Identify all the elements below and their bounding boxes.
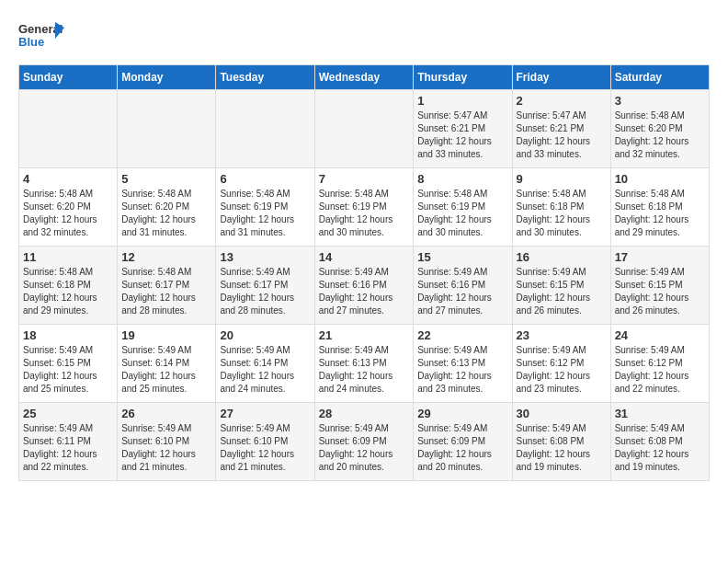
- day-cell-2: 2Sunrise: 5:47 AM Sunset: 6:21 PM Daylig…: [512, 90, 610, 168]
- day-number: 24: [615, 328, 705, 342]
- day-number: 23: [517, 328, 607, 342]
- day-cell-15: 15Sunrise: 5:49 AM Sunset: 6:16 PM Dayli…: [414, 247, 512, 325]
- day-number: 20: [220, 328, 310, 342]
- week-row-1: 1Sunrise: 5:47 AM Sunset: 6:21 PM Daylig…: [19, 90, 710, 168]
- day-cell-empty: [314, 90, 414, 168]
- day-cell-empty: [19, 90, 118, 168]
- day-info: Sunrise: 5:48 AM Sunset: 6:18 PM Dayligh…: [517, 188, 607, 239]
- day-number: 29: [417, 407, 507, 420]
- day-info: Sunrise: 5:49 AM Sunset: 6:09 PM Dayligh…: [417, 422, 507, 474]
- day-number: 11: [23, 250, 113, 264]
- day-cell-25: 25Sunrise: 5:49 AM Sunset: 6:11 PM Dayli…: [19, 403, 118, 481]
- day-cell-19: 19Sunrise: 5:49 AM Sunset: 6:14 PM Dayli…: [118, 325, 216, 403]
- day-number: 17: [615, 250, 705, 264]
- day-cell-6: 6Sunrise: 5:48 AM Sunset: 6:19 PM Daylig…: [216, 168, 314, 247]
- day-number: 30: [517, 407, 607, 420]
- day-info: Sunrise: 5:49 AM Sunset: 6:12 PM Dayligh…: [517, 344, 607, 396]
- day-number: 9: [517, 172, 607, 186]
- day-cell-24: 24Sunrise: 5:49 AM Sunset: 6:12 PM Dayli…: [610, 325, 709, 403]
- day-info: Sunrise: 5:49 AM Sunset: 6:13 PM Dayligh…: [319, 344, 410, 396]
- day-info: Sunrise: 5:49 AM Sunset: 6:08 PM Dayligh…: [517, 422, 607, 474]
- day-info: Sunrise: 5:49 AM Sunset: 6:16 PM Dayligh…: [417, 266, 507, 317]
- header-cell-wednesday: Wednesday: [314, 65, 414, 90]
- day-cell-17: 17Sunrise: 5:49 AM Sunset: 6:15 PM Dayli…: [610, 247, 709, 325]
- day-info: Sunrise: 5:48 AM Sunset: 6:18 PM Dayligh…: [23, 266, 113, 317]
- logo-svg: GeneralBlue: [18, 18, 64, 55]
- day-info: Sunrise: 5:47 AM Sunset: 6:21 PM Dayligh…: [517, 109, 607, 161]
- day-cell-22: 22Sunrise: 5:49 AM Sunset: 6:13 PM Dayli…: [414, 325, 512, 403]
- day-info: Sunrise: 5:49 AM Sunset: 6:10 PM Dayligh…: [220, 422, 310, 474]
- day-number: 8: [417, 172, 507, 186]
- day-info: Sunrise: 5:48 AM Sunset: 6:19 PM Dayligh…: [319, 188, 410, 239]
- day-info: Sunrise: 5:49 AM Sunset: 6:10 PM Dayligh…: [121, 422, 211, 474]
- day-number: 15: [417, 250, 507, 264]
- day-number: 5: [121, 172, 211, 186]
- day-info: Sunrise: 5:48 AM Sunset: 6:20 PM Dayligh…: [23, 188, 113, 239]
- svg-text:Blue: Blue: [18, 35, 44, 49]
- day-info: Sunrise: 5:48 AM Sunset: 6:19 PM Dayligh…: [417, 188, 507, 239]
- day-number: 6: [220, 172, 310, 186]
- day-cell-8: 8Sunrise: 5:48 AM Sunset: 6:19 PM Daylig…: [414, 168, 512, 247]
- day-info: Sunrise: 5:49 AM Sunset: 6:15 PM Dayligh…: [517, 266, 607, 317]
- week-row-2: 4Sunrise: 5:48 AM Sunset: 6:20 PM Daylig…: [19, 168, 710, 247]
- day-number: 26: [121, 407, 211, 420]
- day-info: Sunrise: 5:49 AM Sunset: 6:15 PM Dayligh…: [23, 344, 113, 396]
- day-cell-9: 9Sunrise: 5:48 AM Sunset: 6:18 PM Daylig…: [512, 168, 610, 247]
- day-info: Sunrise: 5:49 AM Sunset: 6:11 PM Dayligh…: [23, 422, 113, 474]
- day-cell-30: 30Sunrise: 5:49 AM Sunset: 6:08 PM Dayli…: [512, 403, 610, 481]
- day-cell-27: 27Sunrise: 5:49 AM Sunset: 6:10 PM Dayli…: [216, 403, 314, 481]
- day-cell-3: 3Sunrise: 5:48 AM Sunset: 6:20 PM Daylig…: [610, 90, 709, 168]
- day-number: 10: [615, 172, 705, 186]
- day-info: Sunrise: 5:49 AM Sunset: 6:13 PM Dayligh…: [417, 344, 507, 396]
- day-cell-5: 5Sunrise: 5:48 AM Sunset: 6:20 PM Daylig…: [118, 168, 216, 247]
- day-cell-31: 31Sunrise: 5:49 AM Sunset: 6:08 PM Dayli…: [610, 403, 709, 481]
- day-cell-23: 23Sunrise: 5:49 AM Sunset: 6:12 PM Dayli…: [512, 325, 610, 403]
- day-cell-13: 13Sunrise: 5:49 AM Sunset: 6:17 PM Dayli…: [216, 247, 314, 325]
- day-number: 18: [23, 328, 113, 342]
- day-number: 25: [23, 407, 113, 420]
- day-number: 4: [23, 172, 113, 186]
- day-cell-7: 7Sunrise: 5:48 AM Sunset: 6:19 PM Daylig…: [314, 168, 414, 247]
- day-info: Sunrise: 5:48 AM Sunset: 6:19 PM Dayligh…: [220, 188, 310, 239]
- day-info: Sunrise: 5:49 AM Sunset: 6:17 PM Dayligh…: [220, 266, 310, 317]
- calendar-table: SundayMondayTuesdayWednesdayThursdayFrid…: [18, 64, 710, 481]
- logo: GeneralBlue: [18, 18, 64, 55]
- page-header: GeneralBlue: [18, 18, 710, 55]
- day-cell-11: 11Sunrise: 5:48 AM Sunset: 6:18 PM Dayli…: [19, 247, 118, 325]
- day-cell-10: 10Sunrise: 5:48 AM Sunset: 6:18 PM Dayli…: [610, 168, 709, 247]
- day-info: Sunrise: 5:48 AM Sunset: 6:20 PM Dayligh…: [121, 188, 211, 239]
- header-cell-tuesday: Tuesday: [216, 65, 314, 90]
- day-cell-14: 14Sunrise: 5:49 AM Sunset: 6:16 PM Dayli…: [314, 247, 414, 325]
- day-cell-28: 28Sunrise: 5:49 AM Sunset: 6:09 PM Dayli…: [314, 403, 414, 481]
- day-number: 31: [615, 407, 705, 420]
- day-info: Sunrise: 5:49 AM Sunset: 6:09 PM Dayligh…: [319, 422, 410, 474]
- day-info: Sunrise: 5:49 AM Sunset: 6:14 PM Dayligh…: [121, 344, 211, 396]
- day-cell-18: 18Sunrise: 5:49 AM Sunset: 6:15 PM Dayli…: [19, 325, 118, 403]
- day-cell-empty: [118, 90, 216, 168]
- day-cell-4: 4Sunrise: 5:48 AM Sunset: 6:20 PM Daylig…: [19, 168, 118, 247]
- day-number: 12: [121, 250, 211, 264]
- day-info: Sunrise: 5:49 AM Sunset: 6:12 PM Dayligh…: [615, 344, 705, 396]
- header-cell-thursday: Thursday: [414, 65, 512, 90]
- day-info: Sunrise: 5:49 AM Sunset: 6:08 PM Dayligh…: [615, 422, 705, 474]
- day-info: Sunrise: 5:49 AM Sunset: 6:15 PM Dayligh…: [615, 266, 705, 317]
- day-info: Sunrise: 5:49 AM Sunset: 6:16 PM Dayligh…: [319, 266, 410, 317]
- day-cell-29: 29Sunrise: 5:49 AM Sunset: 6:09 PM Dayli…: [414, 403, 512, 481]
- week-row-3: 11Sunrise: 5:48 AM Sunset: 6:18 PM Dayli…: [19, 247, 710, 325]
- week-row-5: 25Sunrise: 5:49 AM Sunset: 6:11 PM Dayli…: [19, 403, 710, 481]
- day-cell-26: 26Sunrise: 5:49 AM Sunset: 6:10 PM Dayli…: [118, 403, 216, 481]
- day-number: 27: [220, 407, 310, 420]
- day-number: 2: [517, 94, 607, 108]
- day-info: Sunrise: 5:48 AM Sunset: 6:17 PM Dayligh…: [121, 266, 211, 317]
- header-cell-friday: Friday: [512, 65, 610, 90]
- day-cell-20: 20Sunrise: 5:49 AM Sunset: 6:14 PM Dayli…: [216, 325, 314, 403]
- day-cell-16: 16Sunrise: 5:49 AM Sunset: 6:15 PM Dayli…: [512, 247, 610, 325]
- day-cell-21: 21Sunrise: 5:49 AM Sunset: 6:13 PM Dayli…: [314, 325, 414, 403]
- day-number: 22: [417, 328, 507, 342]
- header-cell-sunday: Sunday: [19, 65, 118, 90]
- day-info: Sunrise: 5:48 AM Sunset: 6:20 PM Dayligh…: [615, 109, 705, 161]
- day-cell-12: 12Sunrise: 5:48 AM Sunset: 6:17 PM Dayli…: [118, 247, 216, 325]
- day-number: 14: [319, 250, 410, 264]
- day-number: 3: [615, 94, 705, 108]
- day-cell-1: 1Sunrise: 5:47 AM Sunset: 6:21 PM Daylig…: [414, 90, 512, 168]
